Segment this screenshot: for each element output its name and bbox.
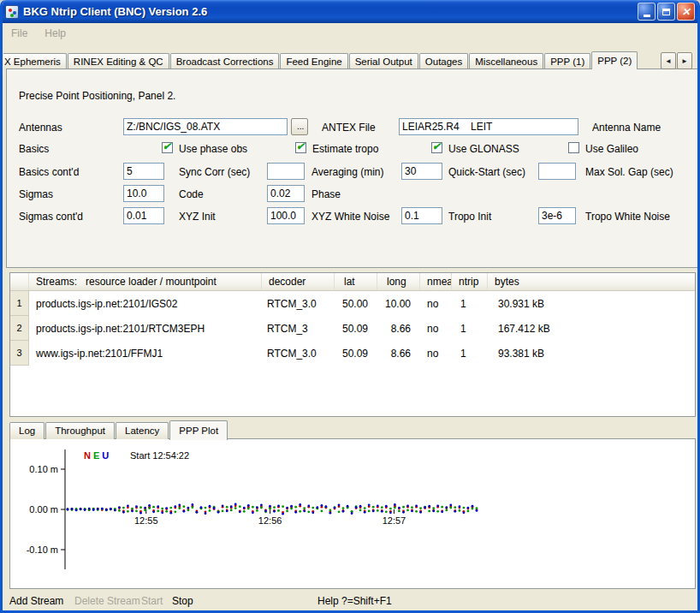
plot-legend: N E U [84,450,109,461]
cell-lat: 50.09 [335,323,377,335]
header-corner-cell [10,273,29,290]
table-row[interactable]: 3 www.igs-ip.net:2101/FFMJ1 RTCM_3.0 50.… [10,341,695,366]
svg-text:12:57: 12:57 [383,515,406,526]
use-galileo-checkbox[interactable] [568,142,579,153]
minimize-button[interactable] [638,3,656,21]
tab-ppp-2[interactable]: PPP (2) [591,51,638,69]
close-button[interactable]: ✕ [677,3,695,21]
header-ntrip: ntrip [452,273,488,290]
estimate-tropo-checkbox[interactable] [295,142,306,153]
ppp-plot-canvas: 0.10 m0.00 m-0.10 m12:5512:5612:57 [10,439,695,586]
max-sol-gap-input[interactable] [538,163,576,180]
tropo-init-input[interactable] [401,207,442,224]
estimate-tropo-label: Estimate tropo [312,143,378,155]
tab-miscellaneous[interactable]: Miscellaneous [469,53,543,69]
tab-rinex-ephemeris[interactable]: X Ephemeris [3,53,67,69]
cell-long: 10.00 [377,298,420,310]
tab-feed-engine[interactable]: Feed Engine [280,53,347,69]
maximize-button[interactable] [657,3,675,21]
tropo-white-noise-label: Tropo White Noise [585,211,670,223]
sigmas-contd-label: Sigmas cont'd [19,211,83,223]
cell-ntrip: 1 [452,323,488,335]
cell-mountpoint: products.igs-ip.net:2101/RTCM3EPH [29,323,262,335]
tab-latency[interactable]: Latency [116,422,169,439]
cell-nmea: no [420,323,452,335]
footer-toolbar: Add Stream Delete Stream Start Stop Help… [3,590,697,610]
use-glonass-checkbox[interactable] [431,142,442,153]
header-decoder: decoder [262,273,335,290]
delete-stream-button[interactable]: Delete Stream [74,595,140,607]
header-bytes: bytes [488,273,695,290]
tab-ppp-plot[interactable]: PPP Plot [169,420,228,440]
menu-bar: File Help [3,23,697,43]
averaging-input[interactable] [267,163,305,180]
streams-table-header: Streams: resource loader / mountpoint de… [10,273,695,291]
tropo-init-label: Tropo Init [448,211,491,223]
cell-nmea: no [420,348,452,360]
tab-serial-output[interactable]: Serial Output [349,53,418,69]
legend-up: U [102,450,109,461]
svg-text:12:56: 12:56 [258,515,282,526]
stop-button[interactable]: Stop [172,595,193,607]
menu-help[interactable]: Help [44,27,66,39]
antex-file-label: ANTEX File [322,122,376,134]
tab-bar: X Ephemeris RINEX Editing & QC Broadcast… [3,51,663,69]
averaging-label: Averaging (min) [311,166,383,178]
basics-contd-label: Basics cont'd [19,166,79,178]
legend-north: N [84,450,91,461]
help-hint-label: Help ?=Shift+F1 [317,595,392,607]
use-galileo-label: Use Galileo [585,143,638,155]
titlebar[interactable]: BKG Ntrip Client (BNC) Version 2.6 ✕ [0,0,700,23]
sync-corr-input[interactable] [123,163,164,180]
streams-table: Streams: resource loader / mountpoint de… [9,272,696,417]
row-number: 1 [10,291,29,316]
tab-scroll-left-button[interactable]: ◄ [661,52,676,69]
tab-log[interactable]: Log [9,422,44,439]
app-icon [5,5,19,19]
row-number: 3 [10,341,29,366]
svg-text:12:55: 12:55 [134,515,158,526]
tab-broadcast-corrections[interactable]: Broadcast Corrections [170,53,280,69]
table-row[interactable]: 1 products.igs-ip.net:2101/IGS02 RTCM_3.… [10,291,695,316]
svg-text:-0.10 m: -0.10 m [27,545,58,555]
table-row[interactable]: 2 products.igs-ip.net:2101/RTCM3EPH RTCM… [10,316,695,341]
cell-ntrip: 1 [452,348,488,360]
tab-scroll-buttons: ◄ ► [661,52,692,69]
tropo-white-noise-input[interactable] [538,207,576,224]
tab-throughput[interactable]: Throughput [45,422,115,439]
cell-bytes: 93.381 kB [488,348,695,360]
plot-start-time: Start 12:54:22 [130,450,189,461]
add-stream-button[interactable]: Add Stream [9,595,63,607]
sigma-phase-input[interactable] [267,185,305,202]
antenna-name-input[interactable] [399,118,578,135]
window-title: BKG Ntrip Client (BNC) Version 2.6 [23,5,636,18]
minimize-icon [644,15,650,17]
sigma-code-input[interactable] [123,185,164,202]
start-button[interactable]: Start [141,595,163,607]
app-window: BKG Ntrip Client (BNC) Version 2.6 ✕ Fil… [0,0,700,613]
tab-outages[interactable]: Outages [419,53,468,69]
cell-nmea: no [420,298,452,310]
use-phase-obs-label: Use phase obs [179,143,247,155]
antennas-input[interactable] [123,118,288,135]
header-lat: lat [335,273,377,290]
bottom-tab-bar: Log Throughput Latency PPP Plot [9,420,228,439]
use-phase-obs-checkbox[interactable] [162,142,173,153]
chevron-right-icon: ► [681,57,688,65]
quick-start-label: Quick-Start (sec) [448,166,525,178]
tab-scroll-right-button[interactable]: ► [677,52,692,69]
cell-lat: 50.09 [335,348,377,360]
ppp-plot-panel: N E U Start 12:54:22 0.10 m0.00 m-0.10 m… [9,438,696,589]
antex-browse-button[interactable]: ... [291,118,308,135]
tab-rinex-editing-qc[interactable]: RINEX Editing & QC [68,53,169,69]
header-nmea: nmea [420,273,452,290]
tab-ppp-1[interactable]: PPP (1) [544,53,590,69]
quick-start-input[interactable] [401,163,442,180]
menu-file[interactable]: File [11,27,27,39]
header-mountpoint: Streams: resource loader / mountpoint [29,273,262,290]
xyz-init-input[interactable] [123,207,164,224]
xyz-white-noise-input[interactable] [267,207,305,224]
sync-corr-label: Sync Corr (sec) [179,166,250,178]
check-icon [432,140,441,152]
maximize-icon [662,9,670,15]
